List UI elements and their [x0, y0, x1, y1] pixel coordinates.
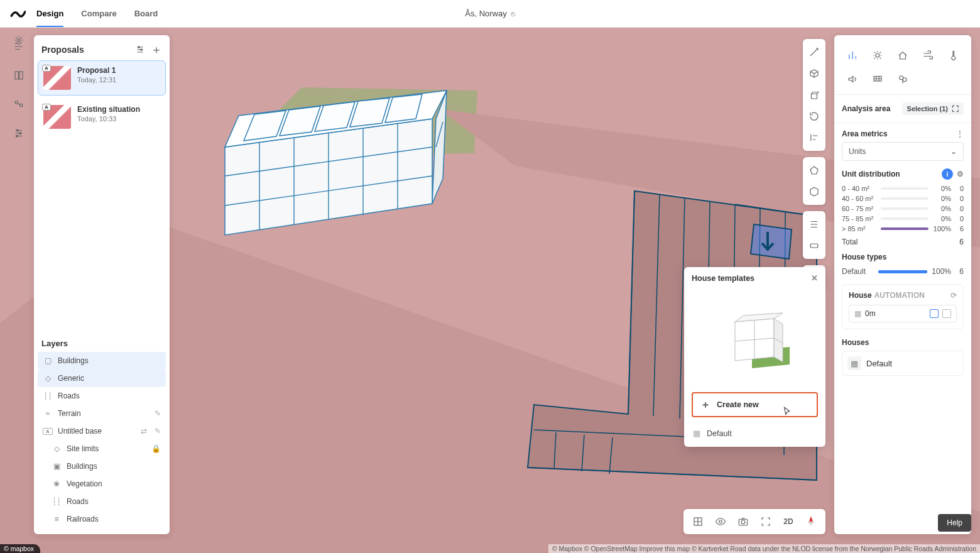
- proposal-card[interactable]: A Proposal 1 Today, 12:31: [38, 60, 166, 96]
- polygon-icon[interactable]: [803, 160, 825, 181]
- cube-tool-icon[interactable]: [803, 63, 825, 84]
- layout-icon[interactable]: [8, 64, 30, 87]
- dist-bar: [881, 187, 928, 190]
- layer-roads[interactable]: ┊┊Roads: [38, 387, 166, 405]
- selection-chip[interactable]: Selection (1)⛶: [902, 102, 964, 115]
- proposal-title: Proposal 1: [77, 66, 116, 75]
- plus-icon: ＋: [700, 400, 710, 410]
- mapbox-attribution: © mapbox: [0, 544, 40, 553]
- filter-icon[interactable]: [134, 44, 146, 55]
- layer-roads-sub[interactable]: ┊┊Roads: [38, 493, 166, 510]
- close-icon[interactable]: ✕: [811, 273, 818, 283]
- tab-compare[interactable]: Compare: [81, 1, 116, 27]
- tab-board[interactable]: Board: [134, 1, 158, 27]
- create-new-template-button[interactable]: ＋ Create new: [692, 392, 818, 417]
- rectangle-icon[interactable]: [803, 235, 825, 256]
- sliders-icon[interactable]: [8, 122, 30, 145]
- wand-icon[interactable]: [803, 41, 825, 63]
- svg-point-40: [16, 135, 18, 137]
- swap-icon[interactable]: ⇄: [141, 427, 147, 435]
- info-badge-icon[interactable]: i: [942, 168, 953, 180]
- layer-untitled-base[interactable]: AUntitled base⇄✎: [38, 422, 166, 440]
- bar-chart-icon[interactable]: [842, 45, 863, 65]
- thermometer-icon[interactable]: [942, 45, 964, 65]
- dist-pct: 0%: [932, 215, 951, 222]
- svg-point-64: [741, 520, 745, 524]
- settings-gear-icon[interactable]: [8, 29, 30, 52]
- refresh-icon[interactable]: ⟳: [950, 291, 957, 300]
- list-icon[interactable]: [803, 214, 825, 235]
- eye-icon[interactable]: [710, 511, 731, 532]
- sliders-mini-icon[interactable]: ⚙: [957, 170, 964, 178]
- option-a-icon[interactable]: [930, 309, 939, 318]
- template-icon: ▦: [693, 429, 700, 438]
- dist-pct: 100%: [932, 225, 951, 233]
- unit-dist-row: > 85 m²100%6: [834, 224, 971, 234]
- svg-point-53: [903, 78, 906, 82]
- layer-list: ▢Buildings ◇Generic ┊┊Roads ≈Terrain✎ AU…: [34, 352, 170, 534]
- lock-icon[interactable]: 🔒: [151, 444, 161, 453]
- wind-icon[interactable]: [917, 45, 939, 65]
- units-label: Units: [849, 147, 866, 156]
- app-logo[interactable]: [9, 5, 26, 23]
- proposal-card[interactable]: A Existing situation Today, 10:33: [38, 99, 166, 134]
- units-select[interactable]: Units ⌄: [842, 142, 964, 161]
- templates-title: House templates: [692, 274, 754, 283]
- pencil-icon[interactable]: ✎: [155, 409, 161, 418]
- layer-vegetation[interactable]: ❀Vegetation: [38, 475, 166, 493]
- house-templates-popover: House templates ✕ ＋ Create new ▦ Default: [684, 267, 825, 447]
- house-automation-box: HouseAUTOMATION ⟳ ▦ 0m: [842, 284, 964, 329]
- layer-label: Untitled base: [58, 427, 102, 435]
- iso-cube-icon[interactable]: [803, 181, 825, 202]
- automation-value: 0m: [865, 309, 876, 318]
- grid-toggle-icon[interactable]: [687, 511, 709, 532]
- rail-icon: ≡: [52, 515, 62, 523]
- proposal-thumbnail: A: [43, 66, 71, 90]
- dist-pct: 0%: [932, 185, 951, 192]
- automation-value-field[interactable]: ▦ 0m: [849, 305, 957, 322]
- compass-icon[interactable]: [800, 511, 822, 532]
- add-proposal-icon[interactable]: ＋: [151, 44, 162, 55]
- tab-design[interactable]: Design: [36, 1, 63, 27]
- layer-site-limits[interactable]: ◇Site limits🔒: [38, 440, 166, 457]
- rotate-icon[interactable]: [803, 106, 825, 127]
- camera-icon[interactable]: [732, 511, 754, 532]
- layer-buildings[interactable]: ▢Buildings: [38, 352, 166, 370]
- unit-dist-label: Unit distribution: [842, 170, 900, 178]
- menu-dots-icon[interactable]: ⋮: [956, 129, 964, 138]
- house-type-name: Default: [842, 267, 874, 276]
- layer-buildings-sub[interactable]: ▣Buildings: [38, 457, 166, 475]
- external-link-icon: ⎋: [511, 9, 515, 18]
- template-preview: [684, 289, 825, 390]
- template-default[interactable]: ▦ Default: [684, 424, 825, 447]
- dist-count: 0: [955, 195, 964, 202]
- sun-icon[interactable]: [867, 45, 888, 65]
- extrude-icon[interactable]: [803, 84, 825, 106]
- layer-label: Terrain: [58, 409, 81, 418]
- layer-label: Railroads: [67, 515, 99, 523]
- pencil-icon[interactable]: ✎: [155, 427, 161, 435]
- range-label: 75 - 85 m²: [842, 215, 877, 222]
- sound-icon[interactable]: [842, 69, 863, 89]
- house-item[interactable]: ▦ Default: [842, 351, 964, 376]
- house-icon[interactable]: [892, 45, 913, 65]
- location-breadcrumb[interactable]: Ås, Norway ⎋: [465, 9, 514, 18]
- create-label: Create new: [717, 400, 759, 409]
- help-button[interactable]: Help: [938, 514, 971, 532]
- align-icon[interactable]: [803, 127, 825, 148]
- proposal-title: Existing situation: [77, 105, 140, 114]
- mode-2d-button[interactable]: 2D: [778, 511, 799, 532]
- svg-point-50: [876, 53, 879, 57]
- tree-icon[interactable]: [892, 69, 913, 89]
- layer-railroads[interactable]: ≡Railroads: [38, 510, 166, 528]
- layer-terrain[interactable]: ≈Terrain✎: [38, 405, 166, 422]
- option-b-icon[interactable]: [942, 309, 951, 318]
- unit-dist-row: 75 - 85 m²0%0: [834, 214, 971, 224]
- solar-panel-icon[interactable]: [867, 69, 888, 89]
- analysis-area-label: Analysis area: [842, 104, 890, 113]
- dist-bar: [881, 197, 928, 200]
- layer-generic[interactable]: ◇Generic: [38, 370, 166, 387]
- left-toolbar: [8, 35, 30, 145]
- analysis-icon[interactable]: [8, 93, 30, 116]
- focus-icon[interactable]: [755, 511, 776, 532]
